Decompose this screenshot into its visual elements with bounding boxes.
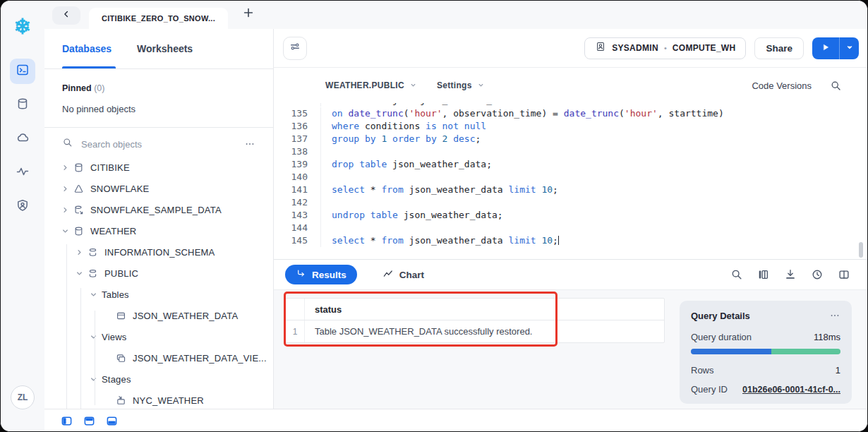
- tree-item-weather[interactable]: WEATHER: [44, 220, 273, 241]
- filters-button[interactable]: [283, 37, 307, 60]
- tree-item-views[interactable]: Views: [44, 326, 273, 347]
- tree-item-information-schema[interactable]: INFORMATION_SCHEMA: [44, 241, 273, 263]
- sql-editor[interactable]: left outer join json_weather_data 135on …: [274, 103, 868, 259]
- history-clock-icon[interactable]: [811, 268, 824, 281]
- tree-item-nyc-weather[interactable]: NYC_WEATHER: [44, 390, 273, 409]
- duration-bar-green: [771, 349, 840, 354]
- chevron-down-icon[interactable]: [75, 269, 88, 278]
- tree-item-label: Stages: [102, 374, 131, 385]
- columns-icon[interactable]: [757, 268, 770, 281]
- cloud-icon: [16, 131, 30, 148]
- results-toolbar: Results Chart: [274, 259, 868, 290]
- code-text: group by 1 order by 2 desc;: [320, 133, 481, 145]
- tree-item-snowflake-sample-data[interactable]: SNOWFLAKE_SAMPLE_DATA: [44, 199, 273, 220]
- tree-item-tables[interactable]: Tables: [44, 284, 273, 305]
- sidebar: Databases Worksheets Pinned (0) No pinne…: [44, 29, 274, 409]
- tree-item-public[interactable]: PUBLIC: [44, 263, 273, 284]
- split-view-icon[interactable]: [838, 268, 850, 281]
- tab-results[interactable]: Results: [285, 265, 357, 284]
- tree-item-json-weather-data[interactable]: JSON_WEATHER_DATA: [44, 305, 273, 326]
- user-avatar[interactable]: ZL: [11, 385, 35, 409]
- table-icon: [116, 311, 133, 321]
- object-tree: CITIBIKESNOWFLAKESNOWFLAKE_SAMPLE_DATAWE…: [44, 157, 273, 409]
- toggle-left-panel-icon[interactable]: [61, 415, 73, 427]
- search-results-icon[interactable]: [730, 268, 743, 281]
- nav-databases[interactable]: [10, 92, 35, 118]
- tree-item-stages[interactable]: Stages: [44, 368, 273, 390]
- code-versions-link[interactable]: Code Versions: [752, 80, 812, 91]
- rows-label: Rows: [691, 365, 714, 376]
- tree-item-label: JSON_WEATHER_DATA_VIE...: [133, 353, 267, 364]
- toggle-top-panel-icon[interactable]: [83, 415, 95, 427]
- share-button[interactable]: Share: [754, 37, 804, 59]
- code-line-143[interactable]: 143undrop table json_weather_data;: [274, 209, 868, 222]
- query-id-label: Query ID: [691, 384, 728, 395]
- snowflake-logo-icon[interactable]: ❄: [13, 15, 31, 39]
- tab-chart[interactable]: Chart: [382, 268, 424, 282]
- more-options-icon[interactable]: [244, 138, 255, 150]
- worksheet-tab[interactable]: CITIBIKE_ZERO_TO_SNOW...: [89, 8, 228, 29]
- tab-worksheets[interactable]: Worksheets: [137, 43, 193, 54]
- line-number: 135: [274, 107, 308, 120]
- results-table-header[interactable]: status: [286, 299, 664, 320]
- query-id-link[interactable]: 01b26e06-0001-41cf-0...: [742, 385, 840, 395]
- tree-item-citibike[interactable]: CITIBIKE: [44, 157, 273, 178]
- download-icon[interactable]: [784, 268, 797, 281]
- code-line-145[interactable]: 145select * from json_weather_data limit…: [274, 234, 868, 247]
- schema-context-select[interactable]: WEATHER.PUBLIC: [325, 79, 417, 92]
- chevron-down-icon[interactable]: [89, 375, 102, 384]
- chevron-right-icon[interactable]: [61, 163, 73, 172]
- code-line-144[interactable]: 144: [274, 222, 868, 234]
- code-line-138[interactable]: 138: [274, 145, 868, 158]
- tab-databases[interactable]: Databases: [62, 43, 111, 54]
- code-text: where conditions is not null: [320, 120, 486, 133]
- chevron-down-icon[interactable]: [89, 332, 102, 342]
- code-line-137[interactable]: 137group by 1 order by 2 desc;: [274, 133, 868, 145]
- line-number: 140: [274, 171, 308, 184]
- line-number: 144: [274, 222, 308, 234]
- settings-select[interactable]: Settings: [437, 79, 485, 92]
- context-selector[interactable]: SYSADMIN • COMPUTE_WH: [584, 37, 746, 59]
- pinned-section: Pinned (0) No pinned objects: [44, 69, 273, 128]
- tree-item-json-weather-data-vie[interactable]: JSON_WEATHER_DATA_VIE...: [44, 347, 273, 368]
- code-line-135[interactable]: 135on date_trunc('hour', observation_tim…: [274, 107, 868, 120]
- status-bar: [44, 409, 868, 432]
- plus-icon: [242, 6, 255, 22]
- row-number: 1: [286, 320, 305, 342]
- new-tab-button[interactable]: [242, 6, 255, 22]
- query-details-menu-icon[interactable]: [829, 310, 840, 321]
- pinned-label: Pinned: [62, 83, 92, 93]
- code-line-136[interactable]: 136where conditions is not null: [274, 120, 868, 133]
- editor-scrollbar[interactable]: [859, 242, 863, 258]
- results-actions: [730, 268, 850, 281]
- code-line-142[interactable]: 142: [274, 196, 868, 209]
- tree-item-snowflake[interactable]: SNOWFLAKE: [44, 178, 273, 199]
- table-row[interactable]: 1 Table JSON_WEATHER_DATA successfully r…: [286, 320, 664, 342]
- shield-user-icon: [16, 198, 30, 215]
- chevron-right-icon[interactable]: [75, 248, 88, 257]
- code-line-141[interactable]: 141select * from json_weather_data limit…: [274, 184, 868, 196]
- chevron-right-icon[interactable]: [61, 184, 73, 193]
- tree-item-label: SNOWFLAKE: [90, 184, 149, 194]
- editor-search-icon[interactable]: [830, 80, 842, 92]
- run-button[interactable]: [812, 37, 840, 59]
- chevron-right-icon[interactable]: [61, 205, 73, 215]
- chevron-down-icon[interactable]: [89, 290, 102, 299]
- toggle-bottom-panel-icon[interactable]: [106, 415, 118, 427]
- run-button-group: [812, 37, 859, 59]
- search-input[interactable]: [80, 138, 238, 150]
- chevron-down-icon[interactable]: [61, 227, 73, 236]
- back-button[interactable]: [52, 6, 80, 25]
- chevron-down-icon: [845, 42, 854, 54]
- nav-admin[interactable]: [10, 194, 35, 220]
- nav-marketplace[interactable]: [10, 126, 35, 152]
- code-text: [320, 196, 332, 209]
- run-options-button[interactable]: [840, 37, 859, 59]
- nav-activity[interactable]: [10, 160, 35, 186]
- tab-bar: CITIBIKE_ZERO_TO_SNOW...: [44, 1, 868, 29]
- tree-item-label: WEATHER: [90, 226, 136, 236]
- nav-worksheets[interactable]: [10, 59, 35, 84]
- code-text: select * from json_weather_data limit 10…: [320, 234, 559, 247]
- code-line-140[interactable]: 140: [274, 171, 868, 184]
- code-line-139[interactable]: 139drop table json_weather_data;: [274, 158, 868, 171]
